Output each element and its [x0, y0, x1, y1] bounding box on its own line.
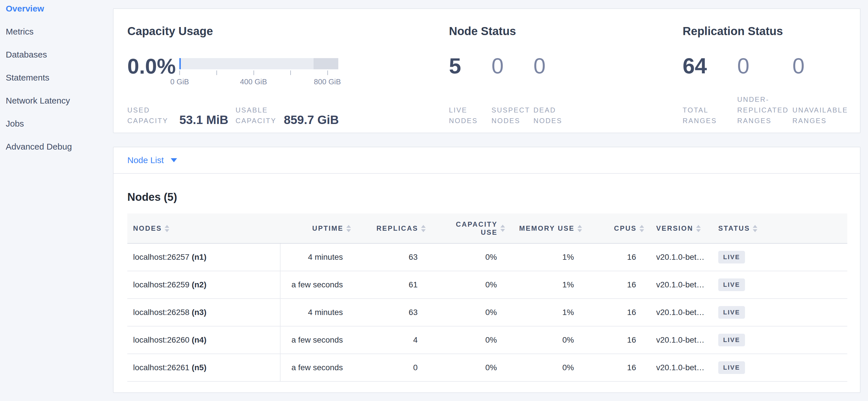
sidebar-item-advanced-debug[interactable]: Advanced Debug [6, 140, 118, 163]
sort-icon[interactable] [578, 225, 582, 232]
stat-value: 64 [683, 55, 737, 77]
nodes-count-heading: Nodes (5) [127, 191, 177, 203]
column-label: UPTIME [312, 224, 343, 232]
column-header-uptime[interactable]: UPTIME [280, 213, 351, 244]
stat-under-replicated-ranges: 0UNDER-REPLICATED RANGES [737, 55, 793, 126]
node-id: (n1) [192, 253, 206, 261]
node-list-dropdown-label: Node List [127, 155, 164, 165]
sort-desc-icon [165, 229, 169, 232]
status-cell: LIVE [714, 244, 847, 271]
capacity_use-cell: 0% [426, 354, 505, 381]
stat-total-ranges: 64TOTAL RANGES [683, 55, 737, 126]
status-badge: LIVE [718, 334, 745, 346]
column-header-memory_use[interactable]: MEMORY USE [505, 213, 583, 244]
column-header-content: MEMORY USE [519, 224, 582, 232]
column-header-replicas[interactable]: REPLICAS [351, 213, 426, 244]
replication-status-stats: 64TOTAL RANGES0UNDER-REPLICATED RANGES0U… [683, 55, 868, 126]
stat-value: 0 [793, 55, 868, 77]
sort-desc-icon [640, 229, 644, 232]
replicas-cell: 63 [351, 298, 426, 326]
status-badge: LIVE [718, 251, 745, 263]
sort-asc-icon [165, 225, 169, 228]
sort-asc-icon [421, 225, 426, 228]
node-row: localhost:26257 (n1)4 minutes630%1%16v20… [127, 244, 847, 271]
sort-icon[interactable] [421, 225, 426, 232]
cpus-cell: 16 [583, 354, 645, 381]
sidebar-item-metrics[interactable]: Metrics [6, 25, 118, 48]
sort-asc-icon [753, 225, 757, 228]
version-cell: v20.1.0-bet… [645, 298, 714, 326]
sidebar-item-network-latency[interactable]: Network Latency [6, 94, 118, 117]
node-address-cell[interactable]: localhost:26261 (n5) [127, 354, 280, 381]
stat-dead-nodes: 0DEAD NODES [533, 55, 577, 126]
sort-icon[interactable] [640, 225, 644, 232]
sidebar-item-jobs[interactable]: Jobs [6, 117, 118, 140]
status-badge: LIVE [718, 306, 745, 319]
uptime-cell: 4 minutes [280, 298, 351, 326]
sort-icon[interactable] [346, 225, 351, 232]
version-cell: v20.1.0-bet… [645, 326, 714, 354]
column-header-status[interactable]: STATUS [714, 213, 847, 244]
node-address-cell[interactable]: localhost:26260 (n4) [127, 326, 280, 354]
node-id: (n4) [192, 336, 206, 344]
sort-icon[interactable] [696, 225, 701, 232]
sort-desc-icon [696, 229, 701, 232]
node-row: localhost:26260 (n4)a few seconds40%0%16… [127, 326, 847, 354]
node-list-header: Node List [114, 147, 860, 174]
version-cell: v20.1.0-bet… [645, 354, 714, 381]
node-address-cell[interactable]: localhost:26258 (n3) [127, 298, 280, 326]
uptime-cell: a few seconds [280, 354, 351, 381]
sort-icon[interactable] [165, 225, 169, 232]
stat-label: DEAD NODES [533, 105, 577, 126]
memory_use-cell: 0% [505, 354, 583, 381]
node-id: (n5) [192, 363, 206, 372]
sidebar-item-statements[interactable]: Statements [6, 71, 118, 94]
sort-icon[interactable] [500, 225, 505, 232]
usable-capacity-label: USABLE CAPACITY [236, 105, 279, 126]
version-cell: v20.1.0-bet… [645, 271, 714, 298]
column-header-cpus[interactable]: CPUS [583, 213, 645, 244]
replicas-cell: 63 [351, 244, 426, 271]
status-badge: LIVE [718, 361, 745, 374]
stat-label: UNDER-REPLICATED RANGES [737, 94, 793, 126]
stat-suspect-nodes: 0SUSPECT NODES [492, 55, 533, 126]
node-id: (n2) [192, 280, 206, 289]
stat-unavailable-ranges: 0UNAVAILABLE RANGES [793, 55, 868, 126]
sidebar-item-overview[interactable]: Overview [6, 2, 118, 25]
cpus-cell: 16 [583, 326, 645, 354]
stat-value: 0 [737, 55, 793, 77]
sort-asc-icon [696, 225, 701, 228]
node-address-cell[interactable]: localhost:26259 (n2) [127, 271, 280, 298]
cluster-summary-card: Capacity Usage 0.0% 0 GiB 400 GiB 800 Gi… [113, 8, 861, 133]
cpus-cell: 16 [583, 298, 645, 326]
nodes-table-wrap: NODESUPTIMEREPLICASCAPACITY USEMEMORY US… [127, 213, 847, 382]
replicas-cell: 61 [351, 271, 426, 298]
column-header-version[interactable]: VERSION [645, 213, 714, 244]
node-row: localhost:26258 (n3)4 minutes630%1%16v20… [127, 298, 847, 326]
sidebar-item-databases[interactable]: Databases [6, 48, 118, 71]
column-header-nodes[interactable]: NODES [127, 213, 280, 244]
column-label: NODES [133, 224, 162, 232]
column-header-capacity_use[interactable]: CAPACITY USE [426, 213, 505, 244]
stat-label: UNAVAILABLE RANGES [793, 105, 868, 126]
sort-icon[interactable] [753, 225, 757, 232]
capacity_use-cell: 0% [426, 271, 505, 298]
version-cell: v20.1.0-bet… [645, 244, 714, 271]
uptime-cell: 4 minutes [280, 244, 351, 271]
status-cell: LIVE [714, 354, 847, 381]
stat-value: 0 [492, 55, 533, 77]
sort-asc-icon [578, 225, 582, 228]
used-capacity-value: 53.1 MiB [179, 113, 228, 126]
stat-live-nodes: 5LIVE NODES [449, 55, 492, 126]
sort-desc-icon [500, 229, 505, 232]
table-body: localhost:26257 (n1)4 minutes630%1%16v20… [127, 244, 847, 381]
node-list-card: Node List Nodes (5) NODESUPTIMEREPLICASC… [113, 147, 861, 393]
capacity_use-cell: 0% [426, 298, 505, 326]
node-address-cell[interactable]: localhost:26257 (n1) [127, 244, 280, 271]
sort-desc-icon [421, 229, 426, 232]
stat-label: SUSPECT NODES [492, 105, 533, 126]
column-label: STATUS [718, 224, 750, 232]
node-list-dropdown[interactable]: Node List [127, 155, 177, 165]
column-header-content: CPUS [614, 224, 644, 232]
stat-label: LIVE NODES [449, 105, 492, 126]
